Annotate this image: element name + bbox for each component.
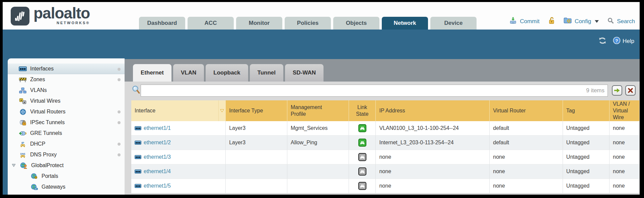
sidebar-item-label: GlobalProtect [31, 162, 64, 168]
status-dot [118, 68, 121, 71]
table-row[interactable]: ethernet1/1 Layer3 Mgmt_Services VLAN010… [131, 121, 640, 136]
sidebar-item-portals[interactable]: Portals [8, 171, 125, 182]
tag-cell: Untagged [563, 164, 610, 179]
dns-proxy-icon: DNS [18, 152, 27, 158]
expand-triangle-icon[interactable] [11, 164, 16, 167]
apply-filter-button[interactable] [612, 85, 622, 96]
interfaces-icon [18, 66, 27, 71]
commit-button[interactable]: Commit [520, 18, 540, 25]
status-dot [118, 153, 121, 156]
tab-sdwan[interactable]: SD-WAN [285, 64, 324, 82]
column-header-ip-address[interactable]: IP Address [376, 100, 490, 121]
vlan-wire-cell: none [610, 121, 640, 136]
column-header-management-profile[interactable]: Management Profile [287, 100, 349, 121]
interface-link[interactable]: ethernet1/1 [144, 125, 171, 131]
table-row[interactable]: ethernet1/5 none none Untagged none [131, 179, 640, 193]
tab-tunnel[interactable]: Tunnel [250, 64, 283, 82]
ip-address-cell: none [376, 164, 490, 179]
refresh-icon[interactable] [598, 37, 607, 46]
virtual-router-cell: none [490, 179, 563, 193]
sidebar-item-gateways[interactable]: Gateways [8, 182, 125, 192]
search-button[interactable]: Search [617, 18, 635, 25]
sidebar-item-dhcp[interactable]: IP DHCP [8, 139, 125, 149]
sidebar-item-globalprotect[interactable]: GlobalProtect [8, 160, 125, 171]
help-icon[interactable]: ? [613, 37, 621, 46]
paloalto-logo: paloalto NETWORKS® [11, 5, 90, 26]
filter-input[interactable] [141, 85, 608, 97]
column-header-interface[interactable]: Interface [131, 100, 218, 121]
link-state-down-icon [358, 153, 366, 161]
sidebar-item-virtual-wires[interactable]: Virtual Wires [8, 96, 125, 106]
commit-icon [509, 17, 517, 26]
sidebar-item-ipsec-tunnels[interactable]: IPSec Tunnels [8, 117, 125, 128]
vlan-wire-cell: none [610, 150, 640, 164]
tab-ethernet[interactable]: Ethernet [133, 64, 171, 82]
tab-vlan[interactable]: VLAN [173, 64, 204, 82]
link-state-up-icon [358, 139, 366, 147]
zones-icon [18, 77, 27, 83]
tab-dashboard[interactable]: Dashboard [139, 17, 185, 30]
table-header: Interface Interface Type Management Prof… [131, 100, 640, 121]
tab-device[interactable]: Device [430, 17, 477, 30]
sidebar-item-label: GRE Tunnels [30, 130, 62, 136]
dhcp-icon: IP [18, 141, 27, 147]
sidebar-item-virtual-routers[interactable]: Virtual Routers [8, 106, 125, 117]
sidebar-item-label: IPSec Tunnels [30, 119, 65, 126]
search-icon [607, 17, 614, 26]
sidebar-item-vlans[interactable]: VLANs [8, 85, 125, 96]
ip-address-cell: none [376, 150, 490, 164]
interface-link[interactable]: ethernet1/4 [144, 168, 171, 175]
column-header-interface-type[interactable]: Interface Type [226, 100, 287, 121]
status-dot [118, 78, 121, 81]
globalprotect-icon [19, 162, 28, 169]
waveform-icon [14, 10, 26, 22]
interface-type-cell [226, 179, 287, 193]
tag-cell: Untagged [563, 121, 610, 136]
tab-objects[interactable]: Objects [333, 17, 379, 30]
tab-policies[interactable]: Policies [285, 17, 331, 30]
management-profile-cell [287, 179, 349, 193]
sidebar-item-interfaces[interactable]: Interfaces [8, 63, 125, 74]
sidebar-item-label: VLANs [30, 87, 47, 93]
table-row[interactable]: ethernet1/4 none none Untagged none [131, 164, 640, 179]
sidebar-item-label: Portals [42, 173, 58, 179]
column-header-virtual-router[interactable]: Virtual Router [490, 100, 563, 121]
ethernet-panel: 9 items Interface [125, 82, 640, 195]
interface-link[interactable]: ethernet1/5 [144, 183, 171, 189]
chevron-down-icon[interactable] [595, 20, 599, 23]
management-profile-cell: Allow_Ping [287, 136, 349, 150]
virtual-router-cell: none [490, 150, 563, 164]
sidebar-item-label: Gateways [42, 184, 65, 190]
sort-dropdown-icon[interactable] [218, 100, 226, 121]
ipsec-tunnels-icon [18, 120, 27, 126]
tag-cell: Untagged [563, 136, 610, 150]
ethernet-port-icon [135, 126, 141, 130]
lock-icon[interactable] [548, 17, 555, 26]
tab-network[interactable]: Network [382, 17, 428, 30]
tab-monitor[interactable]: Monitor [236, 17, 282, 30]
virtual-router-cell: default [490, 136, 563, 150]
virtual-wires-icon [18, 98, 27, 104]
table-row[interactable]: ethernet1/3 none none Untagged none [131, 150, 640, 164]
help-link[interactable]: Help [623, 38, 634, 45]
status-dot [118, 121, 121, 124]
column-header-vlan-wire[interactable]: VLAN / Virtual Wire [610, 100, 640, 121]
main-nav-tabs: Dashboard ACC Monitor Policies Objects N… [139, 17, 477, 30]
interface-type-cell: Layer3 [226, 121, 287, 136]
column-header-tag[interactable]: Tag [563, 100, 610, 121]
sidebar-item-dns-proxy[interactable]: DNS DNS Proxy [8, 149, 125, 160]
interface-type-cell [226, 150, 287, 164]
interface-link[interactable]: ethernet1/2 [144, 140, 171, 146]
config-menu[interactable]: Config [575, 18, 591, 25]
interface-link[interactable]: ethernet1/3 [144, 154, 171, 160]
filter-magnifier-icon [132, 85, 140, 95]
table-row[interactable]: ethernet1/2 Layer3 Allow_Ping Internet_L… [131, 136, 640, 150]
clear-filter-button[interactable] [625, 85, 636, 96]
tab-loopback[interactable]: Loopback [206, 64, 248, 82]
vlans-icon [18, 88, 27, 93]
status-dot [118, 110, 121, 113]
column-header-link-state[interactable]: Link State [349, 100, 376, 121]
sidebar-item-zones[interactable]: Zones [8, 74, 125, 85]
sidebar-item-gre-tunnels[interactable]: GRE Tunnels [8, 128, 125, 139]
tab-acc[interactable]: ACC [188, 17, 234, 30]
